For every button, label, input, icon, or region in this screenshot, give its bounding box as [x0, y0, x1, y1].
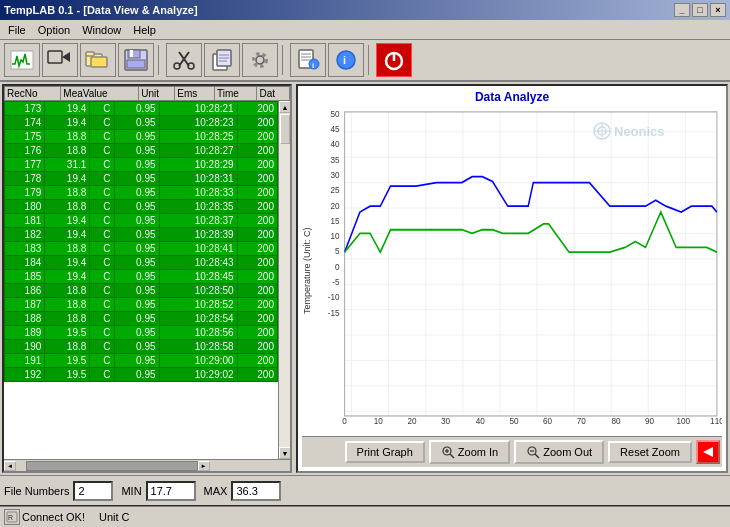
- table-row: 18219.4C0.9510:28:39200: [5, 228, 278, 242]
- copy-button[interactable]: [204, 43, 240, 77]
- scroll-left-button[interactable]: ◄: [4, 461, 16, 471]
- separator-2: [282, 45, 286, 75]
- table-row: 18119.4C0.9510:28:37200: [5, 214, 278, 228]
- table-row: 17819.4C0.9510:28:31200: [5, 172, 278, 186]
- table-cell-time: 10:29:00: [159, 354, 237, 368]
- reset-zoom-button[interactable]: Reset Zoom: [608, 441, 692, 463]
- zoom-out-button[interactable]: Zoom Out: [514, 440, 604, 464]
- waveform-button[interactable]: [4, 43, 40, 77]
- red-arrow-button[interactable]: [696, 440, 720, 464]
- menu-file[interactable]: File: [2, 22, 32, 38]
- table-cell-dat: 200: [237, 270, 277, 284]
- h-scroll-thumb[interactable]: [26, 461, 198, 471]
- table-cell-time: 10:28:58: [159, 340, 237, 354]
- power-button[interactable]: [376, 43, 412, 77]
- table-cell-time: 10:28:21: [159, 102, 237, 116]
- separator-1: [158, 45, 162, 75]
- settings-button[interactable]: [242, 43, 278, 77]
- vertical-scrollbar[interactable]: ▲ ▼: [278, 101, 290, 459]
- min-input[interactable]: [146, 481, 196, 501]
- table-cell-unit: C: [90, 298, 114, 312]
- main-content: RecNo MeaValue Unit Ems Time Dat 17319.4…: [0, 82, 730, 475]
- scroll-thumb[interactable]: [280, 114, 290, 144]
- max-input[interactable]: [231, 481, 281, 501]
- svg-marker-70: [703, 447, 713, 457]
- table-cell-meavalue: 31.1: [45, 158, 90, 172]
- report-button[interactable]: i: [290, 43, 326, 77]
- table-cell-meavalue: 19.4: [45, 172, 90, 186]
- table-row: 18718.8C0.9510:28:52200: [5, 298, 278, 312]
- table-cell-time: 10:28:31: [159, 172, 237, 186]
- menu-bar: File Option Window Help: [0, 20, 730, 40]
- bottom-status-bar: R Connect OK! Unit C: [0, 505, 730, 527]
- menu-option[interactable]: Option: [32, 22, 76, 38]
- table-cell-time: 10:28:41: [159, 242, 237, 256]
- table-cell-unit: C: [90, 102, 114, 116]
- max-label: MAX: [204, 485, 228, 497]
- table-cell-unit: C: [90, 340, 114, 354]
- table-cell-ems: 0.95: [114, 186, 159, 200]
- svg-text:-15: -15: [328, 307, 340, 318]
- table-row: 17419.4C0.9510:28:23200: [5, 116, 278, 130]
- svg-text:110: 110: [710, 416, 722, 427]
- svg-text:30: 30: [441, 416, 450, 427]
- minimize-button[interactable]: _: [674, 3, 690, 17]
- data-table: RecNo MeaValue Unit Ems Time Dat: [4, 86, 290, 101]
- record-button[interactable]: [42, 43, 78, 77]
- scroll-up-button[interactable]: ▲: [279, 101, 290, 113]
- table-row: 19018.8C0.9510:28:58200: [5, 340, 278, 354]
- svg-text:100: 100: [676, 416, 690, 427]
- svg-text:70: 70: [577, 416, 586, 427]
- open-button[interactable]: [80, 43, 116, 77]
- table-cell-ems: 0.95: [114, 354, 159, 368]
- table-cell-ems: 0.95: [114, 326, 159, 340]
- table-cell-recno: 192: [5, 368, 45, 382]
- info-button[interactable]: i: [328, 43, 364, 77]
- table-row: 18018.8C0.9510:28:35200: [5, 200, 278, 214]
- horizontal-scrollbar[interactable]: ◄ ►: [4, 459, 290, 471]
- cut-button[interactable]: [166, 43, 202, 77]
- svg-rect-36: [345, 112, 717, 416]
- table-cell-dat: 200: [237, 312, 277, 326]
- table-cell-meavalue: 18.8: [45, 298, 90, 312]
- svg-rect-9: [127, 60, 145, 68]
- svg-text:-10: -10: [328, 292, 340, 303]
- file-numbers-input[interactable]: [73, 481, 113, 501]
- svg-text:30: 30: [330, 169, 339, 180]
- table-cell-unit: C: [90, 116, 114, 130]
- table-cell-dat: 200: [237, 298, 277, 312]
- save-button[interactable]: [118, 43, 154, 77]
- table-cell-recno: 180: [5, 200, 45, 214]
- table-cell-ems: 0.95: [114, 242, 159, 256]
- table-cell-unit: C: [90, 368, 114, 382]
- zoom-in-button[interactable]: Zoom In: [429, 440, 510, 464]
- close-button[interactable]: ×: [710, 3, 726, 17]
- table-cell-dat: 200: [237, 256, 277, 270]
- menu-help[interactable]: Help: [127, 22, 162, 38]
- chart-svg-container: Neonics 50 45 40 35 30: [314, 106, 722, 436]
- table-cell-ems: 0.95: [114, 312, 159, 326]
- svg-text:10: 10: [330, 231, 339, 242]
- table-cell-ems: 0.95: [114, 130, 159, 144]
- svg-text:0: 0: [335, 261, 340, 272]
- maximize-button[interactable]: □: [692, 3, 708, 17]
- table-cell-dat: 200: [237, 116, 277, 130]
- svg-text:10: 10: [374, 416, 383, 427]
- chart-buttons: Print Graph Zoom In Zoom Out Reset Zo: [302, 436, 722, 467]
- table-cell-recno: 182: [5, 228, 45, 242]
- print-graph-button[interactable]: Print Graph: [345, 441, 425, 463]
- svg-rect-8: [130, 50, 133, 57]
- scroll-right-button[interactable]: ►: [198, 461, 210, 471]
- svg-text:80: 80: [611, 416, 620, 427]
- data-table-body: 17319.4C0.9510:28:2120017419.4C0.9510:28…: [4, 101, 278, 382]
- table-cell-recno: 190: [5, 340, 45, 354]
- table-cell-ems: 0.95: [114, 172, 159, 186]
- min-label: MIN: [121, 485, 141, 497]
- scroll-down-button[interactable]: ▼: [279, 447, 290, 459]
- table-cell-dat: 200: [237, 200, 277, 214]
- table-row: 17518.8C0.9510:28:25200: [5, 130, 278, 144]
- table-cell-unit: C: [90, 312, 114, 326]
- table-row: 18919.5C0.9510:28:56200: [5, 326, 278, 340]
- menu-window[interactable]: Window: [76, 22, 127, 38]
- separator-3: [368, 45, 372, 75]
